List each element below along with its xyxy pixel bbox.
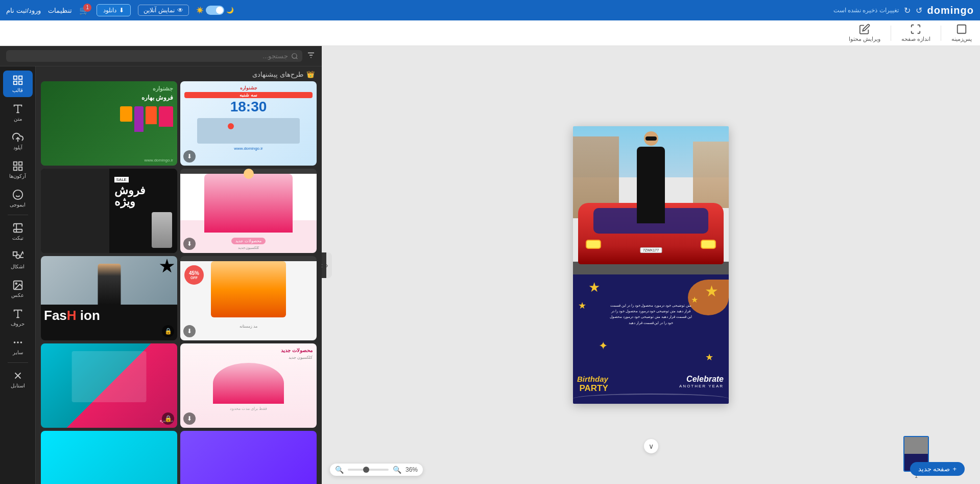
sidebar-item-text[interactable]: متن [3, 99, 33, 126]
nav-right: 🌙 ☀️ 👁 نمایش آنلاین ⬇ دانلود 🛒 1 تنظیمات… [6, 4, 234, 16]
template-card-1[interactable]: جشنواره سه شنبه 18:30 www.domingo.ir ⬇ [180, 81, 317, 166]
t1-day: سه شنبه [184, 92, 313, 98]
t2-product-2 [146, 106, 157, 124]
section-title-text: طرح‌های پیشنهادی [252, 71, 303, 78]
elements-label: آرکون‌ها [9, 173, 26, 179]
design-canvas[interactable]: 7ZWK177 ★ ★ ★ ★ [573, 126, 729, 404]
download-button[interactable]: ⬇ دانلود [97, 4, 131, 16]
new-page-button[interactable]: + صفحه جدید [910, 462, 965, 476]
background-button[interactable]: پس‌زمینه [951, 24, 972, 42]
background-label: پس‌زمینه [951, 36, 972, 42]
eye-icon: 👁 [177, 7, 183, 14]
t7-person-wrap [184, 363, 313, 404]
card-text-line2: قرار دهید متن توضیحی خود درمورد محصول خو… [611, 309, 691, 313]
sidebar-item-shapes[interactable]: اشکال [3, 247, 33, 273]
template-card-5[interactable]: 45% OFF مد زمستانه ⬇ [180, 256, 317, 340]
person-head [644, 131, 658, 146]
canvas-area[interactable]: ‹ › [322, 46, 980, 484]
star-5: ★ [705, 352, 713, 363]
sidebar-item-other[interactable]: سایر [3, 333, 33, 359]
chevron-down-icon: ∨ [649, 442, 654, 450]
t2-cosmetics [45, 106, 173, 132]
page-size-button[interactable]: اندازه صفحه [901, 24, 930, 42]
birthday-text: Birthday PARTY [577, 375, 608, 394]
birthday-section: ★ ★ ★ ★ ★ ✦ متن توضیحی خود درمورد محصول … [573, 274, 729, 404]
t4-text: SALE فروشویژه [109, 169, 178, 213]
icon-sidebar: قالب متن [0, 66, 36, 484]
template-card-9[interactable] [180, 431, 317, 484]
t6-person [98, 264, 121, 305]
redo-button[interactable]: ↻ [904, 6, 911, 15]
sidebar-item-letters[interactable]: حروف [3, 304, 33, 331]
person-figure [633, 131, 669, 223]
zoom-slider[interactable] [348, 469, 389, 471]
photo-label: عکس [11, 292, 24, 298]
template-1-inner: جشنواره سه شنبه 18:30 www.domingo.ir [180, 81, 317, 166]
template-card-3[interactable]: محصولات جدید کلکسیون جدید ⬇ [180, 169, 317, 253]
zoom-out-button[interactable]: 🔍 [393, 466, 401, 474]
other-label: سایر [13, 350, 23, 355]
sidebar-item-upload[interactable]: آپلود [3, 128, 33, 154]
sidebar-item-sticker[interactable]: تیکت [3, 218, 33, 245]
upload-icon [12, 132, 23, 143]
t4-main: فروشویژه [114, 185, 173, 208]
t6-lock-icon: 🔒 [162, 325, 174, 337]
upload-label: آپلود [13, 145, 22, 150]
other-icon [12, 337, 23, 348]
cart-badge: 1 [83, 4, 91, 12]
t3-text-area: محصولات جدید کلکسیون جدید [180, 233, 317, 252]
page-size-icon [910, 24, 921, 35]
template-card-2[interactable]: جشنواره فروش بهاره www.domingo.ir [41, 81, 177, 166]
template-card-8[interactable]: مد پاییزه 🔒 [41, 343, 177, 428]
wave-decoration [573, 394, 729, 404]
t8-person [71, 351, 147, 402]
template-3-inner: محصولات جدید کلکسیون جدید [180, 174, 317, 253]
letters-label: حروف [11, 321, 25, 327]
building-right [693, 142, 729, 208]
t4-left-panel [41, 169, 109, 253]
login-button[interactable]: ورود/ثبت نام [6, 7, 41, 14]
svg-rect-9 [18, 81, 21, 84]
secondary-toolbar: پس‌زمینه اندازه صفحه ویرایش محتوا [0, 20, 980, 46]
t5-download-icon: ⬇ [183, 325, 196, 337]
right-panel-toggle[interactable]: › [322, 252, 326, 278]
template-8-inner: مد پاییزه [41, 343, 177, 428]
t5-percent: 45% [189, 270, 199, 276]
cart-button[interactable]: 🛒 1 [79, 6, 89, 15]
template-card-6[interactable]: FasH ion 🔒 [41, 256, 177, 340]
zoom-thumb[interactable] [363, 467, 369, 473]
content-edit-button[interactable]: ویرایش محتوا [849, 24, 880, 42]
collapse-arrow[interactable]: ∨ [644, 439, 658, 453]
t1-map [197, 118, 300, 144]
car-headlight-right [701, 240, 716, 249]
t5-person [211, 261, 286, 317]
right-sidebar: 👑 طرح‌های پیشنهادی جشنواره سه شنبه 18:30 [0, 46, 322, 484]
t1-download-icon: ⬇ [183, 150, 196, 163]
templates-content: 👑 طرح‌های پیشنهادی جشنواره سه شنبه 18:30 [36, 66, 322, 484]
sidebar-item-template[interactable]: قالب [3, 71, 33, 97]
sidebar-item-photo[interactable]: عکس [3, 275, 33, 302]
birthday-main: Birthday [577, 375, 608, 383]
t2-product-1 [159, 106, 173, 127]
preview-button[interactable]: 👁 نمایش آنلاین [138, 5, 188, 16]
dark-mode-toggle[interactable]: 🌙 ☀️ [196, 6, 234, 15]
sidebar-item-close[interactable]: استابل [3, 366, 33, 393]
t1-subtitle: جشنواره [184, 85, 313, 90]
template-card-4[interactable]: SALE فروشویژه [41, 169, 177, 253]
search-input[interactable] [10, 52, 288, 60]
person-sunglasses [646, 136, 657, 141]
t6-star-deco [159, 259, 175, 274]
filter-button[interactable] [306, 51, 316, 62]
settings-button[interactable]: تنظیمات [48, 7, 72, 14]
template-card-7[interactable]: محصولات جدید کلکسیون جدید فقط برای مدت م… [180, 343, 317, 428]
star-1: ★ [705, 282, 719, 300]
emoji-icon [12, 189, 23, 200]
zoom-in-button[interactable]: 🔍 [335, 466, 344, 474]
celebrate-text: Celebrate ANOTHER YEAR [679, 375, 724, 388]
sidebar-item-elements[interactable]: آرکون‌ها [3, 156, 33, 183]
templates-grid: جشنواره سه شنبه 18:30 www.domingo.ir ⬇ [36, 81, 322, 484]
emoji-label: ایموجی [10, 202, 26, 208]
undo-button[interactable]: ↺ [916, 6, 922, 15]
sidebar-item-emoji[interactable]: ایموجی [3, 185, 33, 212]
template-card-10[interactable] [41, 431, 177, 484]
